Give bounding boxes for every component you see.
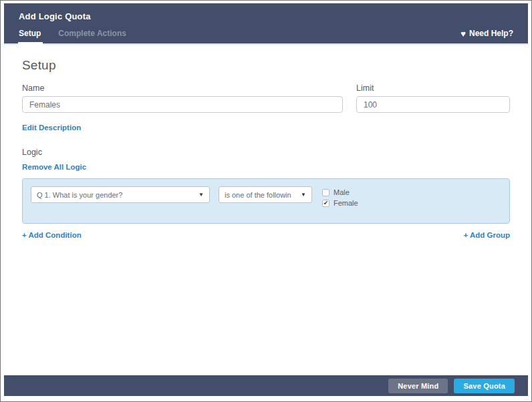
add-group-link[interactable]: + Add Group xyxy=(463,231,510,239)
question-select[interactable]: Q 1. What is your gender? ▼ xyxy=(31,186,210,203)
add-condition-link[interactable]: + Add Condition xyxy=(22,231,82,239)
logic-links-row: + Add Condition + Add Group xyxy=(22,231,510,239)
name-label: Name xyxy=(22,83,343,93)
limit-label: Limit xyxy=(356,83,510,93)
tab-bar: Setup Complete Actions ♥ Need Help? xyxy=(4,25,528,43)
remove-all-logic-link[interactable]: Remove All Logic xyxy=(22,163,86,171)
answer-option-label: Male xyxy=(334,188,350,196)
limit-field-group: Limit xyxy=(356,83,510,113)
limit-input[interactable] xyxy=(356,96,510,113)
need-help-label: Need Help? xyxy=(469,29,513,38)
operator-select[interactable]: is one of the followin ▼ xyxy=(219,186,312,203)
name-limit-row: Name Limit xyxy=(22,83,510,113)
logic-heading: Logic xyxy=(22,148,510,157)
operator-select-value: is one of the followin xyxy=(225,191,295,199)
modal-content: Setup Name Limit Edit Description Logic … xyxy=(4,45,528,375)
chevron-down-icon: ▼ xyxy=(301,192,306,198)
tab-setup[interactable]: Setup xyxy=(19,29,41,38)
setup-heading: Setup xyxy=(22,58,510,73)
modal-footer: Never Mind Save Quota xyxy=(4,375,528,396)
logic-condition-group: Q 1. What is your gender? ▼ is one of th… xyxy=(22,178,510,224)
female-checkbox[interactable]: ✔ xyxy=(322,200,329,207)
answer-option-row: ✔Female xyxy=(322,199,358,207)
answer-options: Male✔Female xyxy=(322,188,358,207)
title-row: Add Logic Quota xyxy=(4,3,528,25)
heart-icon: ♥ xyxy=(460,29,466,38)
chevron-down-icon: ▼ xyxy=(198,192,204,198)
question-select-value: Q 1. What is your gender? xyxy=(37,191,193,199)
need-help-link[interactable]: ♥ Need Help? xyxy=(460,29,513,38)
active-tab-indicator xyxy=(18,42,43,49)
answer-option-label: Female xyxy=(334,199,358,207)
name-input[interactable] xyxy=(22,96,343,113)
edit-description-link[interactable]: Edit Description xyxy=(22,124,81,132)
male-checkbox[interactable] xyxy=(322,189,329,196)
screenshot-frame: Add Logic Quota Setup Complete Actions ♥… xyxy=(0,0,532,402)
add-logic-quota-modal: Add Logic Quota Setup Complete Actions ♥… xyxy=(4,3,528,396)
never-mind-button[interactable]: Never Mind xyxy=(388,379,448,393)
modal-title: Add Logic Quota xyxy=(19,11,91,21)
name-field-group: Name xyxy=(22,83,343,113)
answer-option-row: Male xyxy=(322,188,358,196)
tab-complete-actions[interactable]: Complete Actions xyxy=(58,29,126,38)
modal-header: Add Logic Quota Setup Complete Actions ♥… xyxy=(4,3,528,45)
save-quota-button[interactable]: Save Quota xyxy=(454,379,515,393)
